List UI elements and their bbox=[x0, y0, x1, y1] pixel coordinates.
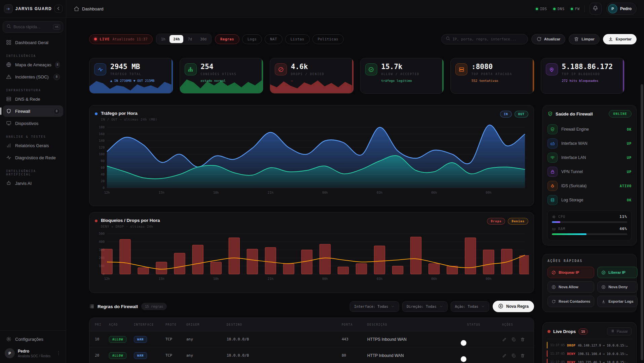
action-nova-deny[interactable]: Nova Deny bbox=[597, 281, 638, 293]
sidebar-item-dispositivos[interactable]: Dispositivos bbox=[3, 118, 63, 129]
sidebar-item-relat-rios-gerais[interactable]: Relatórios Gerais bbox=[3, 140, 63, 151]
action-label: Nova Allow bbox=[559, 285, 578, 289]
duplicate-icon[interactable] bbox=[511, 353, 516, 358]
health-item-ids-suricata-: IDS (Suricata)ATIVO bbox=[547, 179, 632, 193]
legend-denies[interactable]: Denies bbox=[508, 218, 528, 225]
download-icon bbox=[601, 299, 606, 304]
sidebar-item-jarvis-ai[interactable]: Jarvis AI bbox=[3, 177, 63, 189]
range-1h[interactable]: 1h bbox=[157, 35, 169, 43]
health-item-label: VPN Tunnel bbox=[561, 169, 623, 174]
brand-title: JARVIS GUARD bbox=[15, 6, 52, 11]
sidebar-item-dashboard-geral[interactable]: Dashboard Geral bbox=[3, 37, 63, 48]
pause-label: Pausar bbox=[617, 329, 628, 333]
sidebar-item-incidentes-soc-[interactable]: Incidentes (SOC)8 bbox=[3, 71, 63, 82]
delete-icon[interactable] bbox=[520, 337, 525, 342]
action-nova-allow[interactable]: Nova Allow bbox=[547, 281, 594, 293]
tab-listas[interactable]: Listas bbox=[285, 34, 310, 44]
action-badge: ALLOW bbox=[109, 336, 126, 343]
alert-triangle-icon bbox=[6, 74, 11, 79]
svg-text:0: 0 bbox=[103, 186, 105, 190]
table-row: 10ALLOWWANTCPany10.0.0.0/8443HTTPS Inbou… bbox=[89, 331, 534, 348]
user-role: Analista SOC / Redes bbox=[18, 354, 50, 358]
sidebar-item-firewall[interactable]: Firewall8 bbox=[3, 105, 63, 117]
cell-origem: any bbox=[186, 337, 223, 341]
filter-dropdown-a-o[interactable]: Ação: Todas bbox=[451, 301, 490, 312]
health-item-interface-wan: Interface WANUP bbox=[547, 136, 632, 151]
monitor-icon bbox=[6, 121, 11, 126]
rules-title: Regras do Firewall bbox=[89, 304, 138, 309]
action-reset-contadores[interactable]: Reset Contadores bbox=[547, 296, 594, 307]
health-item-label: Firewall Engine bbox=[561, 127, 623, 132]
action-bloquear-ip[interactable]: Bloquear IP bbox=[547, 267, 594, 278]
legend-in[interactable]: IN bbox=[500, 111, 512, 118]
svg-text:12h: 12h bbox=[104, 191, 110, 194]
range-7d[interactable]: 7d bbox=[184, 35, 196, 43]
user-chip[interactable]: P Pedro bbox=[606, 3, 637, 15]
rules-header: Regras do Firewall 15 regras Interface: … bbox=[89, 301, 534, 312]
sidebar-user[interactable]: P Pedro Analista SOC / Redes bbox=[3, 347, 63, 360]
sidebar-search[interactable]: ⌘K bbox=[3, 21, 63, 33]
action-exportar-logs[interactable]: Exportar Logs bbox=[597, 296, 638, 307]
svg-text:180: 180 bbox=[99, 125, 105, 129]
stat-text: :8080TOP PORTA ATACADA552 tentativas bbox=[471, 63, 512, 82]
bar-chart-icon bbox=[6, 143, 11, 148]
drop-route: 103.235.46.3 → 10.0.0.15:… bbox=[578, 360, 632, 363]
svg-text:18h: 18h bbox=[213, 191, 219, 194]
tab-políticas[interactable]: Políticas bbox=[312, 34, 344, 44]
cpu-value: 11% bbox=[619, 214, 627, 219]
sidebar-search-input[interactable] bbox=[13, 25, 51, 29]
refresh-button[interactable]: Atualizar bbox=[531, 34, 566, 44]
sidebar-item-mapa-de-amea-as[interactable]: Mapa de Ameaças8 bbox=[3, 59, 63, 70]
live-drop-row: 11:37:05DENY198.51.100.4 → 10.0.0.15:… bbox=[547, 350, 632, 357]
filter-dropdown-dire-o[interactable]: Direção: Todas bbox=[402, 301, 448, 312]
sidebar-nav: Dashboard GeralINTELIGÊNCIAMapa de Ameaç… bbox=[0, 34, 66, 330]
sidebar-item-label: Jarvis AI bbox=[15, 181, 60, 186]
svg-text:400: 400 bbox=[99, 240, 105, 243]
stat-label: CONEXÕES ATIVAS bbox=[201, 72, 237, 76]
stat-sub: 552 tentativas bbox=[471, 79, 512, 82]
sidebar-collapse-button[interactable] bbox=[54, 5, 63, 13]
range-24h[interactable]: 24h bbox=[169, 35, 183, 43]
clear-button[interactable]: Limpar bbox=[569, 34, 599, 44]
status-badge: ONLINE bbox=[609, 110, 632, 118]
sidebar-item-label: Mapa de Ameaças bbox=[15, 62, 51, 67]
stat-sub: 272 hits bloqueados bbox=[562, 79, 613, 82]
toolbar-search-input[interactable] bbox=[453, 37, 524, 41]
edit-icon[interactable] bbox=[502, 337, 507, 342]
health-title: Saúde do Firewall bbox=[556, 111, 606, 117]
sidebar-item-diagn-stico-de-rede[interactable]: Diagnóstico de Rede bbox=[3, 152, 63, 163]
notifications-button[interactable] bbox=[590, 3, 602, 15]
user-name: Pedro bbox=[620, 6, 632, 11]
lock-icon bbox=[547, 167, 558, 177]
topbar-right: IDSDNSFW P Pedro bbox=[536, 3, 637, 15]
user-menu-icon[interactable] bbox=[56, 351, 61, 356]
filter-dropdown-interface[interactable]: Interface: Todas bbox=[350, 301, 399, 312]
sidebar-item-settings[interactable]: Configurações bbox=[3, 333, 63, 345]
scrollbar[interactable] bbox=[641, 84, 643, 360]
tab-logs[interactable]: Logs bbox=[242, 34, 262, 44]
service-label: FW bbox=[575, 7, 580, 11]
stat-card-3: 15.7kALLOW / ACCEPTEDtráfego legítimo bbox=[360, 58, 444, 94]
column-header: AÇÕES bbox=[502, 323, 528, 326]
tab-nat[interactable]: NAT bbox=[265, 34, 282, 44]
action-liberar-ip[interactable]: Liberar IP bbox=[597, 267, 638, 278]
edit-icon[interactable] bbox=[502, 353, 507, 358]
legend-drops[interactable]: Drops bbox=[487, 218, 505, 225]
column-header: STATUS bbox=[467, 323, 498, 326]
bot-icon bbox=[6, 180, 11, 186]
pause-button[interactable]: Pausar bbox=[607, 327, 632, 335]
sidebar-item-dns-rede[interactable]: DNS & Rede bbox=[3, 93, 63, 105]
shield-icon bbox=[6, 108, 11, 114]
delete-icon[interactable] bbox=[520, 353, 525, 358]
breadcrumb[interactable]: Dashboard bbox=[74, 6, 104, 12]
filter-label: Interface: Todas bbox=[354, 304, 388, 308]
new-rule-button[interactable]: Nova Regra bbox=[493, 301, 534, 312]
legend-out[interactable]: OUT bbox=[515, 111, 528, 118]
drops-chart-panel: Bloqueios / Drops por Hora DENY + DROP ·… bbox=[89, 212, 534, 293]
duplicate-icon[interactable] bbox=[511, 337, 516, 342]
stat-value: 5.188.86.172 bbox=[562, 63, 613, 70]
export-button[interactable]: Exportar bbox=[603, 34, 637, 44]
tab-regras[interactable]: Regras bbox=[215, 34, 239, 44]
toolbar-search[interactable] bbox=[441, 34, 528, 44]
range-30d[interactable]: 30d bbox=[196, 35, 210, 43]
